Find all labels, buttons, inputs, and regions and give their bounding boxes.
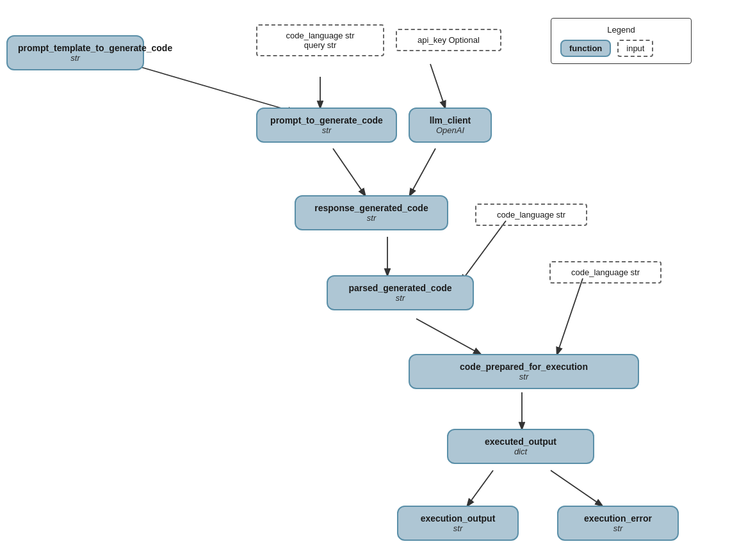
node-prompt-generate: prompt_to_generate_code str	[256, 108, 397, 143]
svg-line-4	[333, 148, 365, 195]
input2-line1: api_key Optional	[406, 35, 491, 45]
legend-title: Legend	[560, 25, 682, 35]
llm-client-type: OpenAI	[420, 125, 480, 135]
execution-error-type: str	[569, 524, 667, 533]
diagram-container: Legend function input prompt_template_to…	[0, 0, 755, 560]
code-prepared-type: str	[420, 372, 628, 381]
execution-output-title: execution_output	[409, 513, 507, 524]
svg-line-1	[134, 65, 295, 112]
prompt-template-type: str	[18, 53, 133, 63]
svg-line-12	[551, 470, 602, 506]
node-input2: api_key Optional	[396, 29, 501, 51]
prompt-generate-title: prompt_to_generate_code	[268, 115, 386, 125]
input4-line1: code_language str	[560, 268, 651, 277]
node-input3: code_language str	[475, 204, 587, 226]
svg-line-8	[416, 319, 480, 354]
svg-line-9	[557, 278, 583, 354]
svg-line-3	[430, 64, 445, 108]
input1-line2: query str	[266, 40, 374, 50]
node-input4: code_language str	[549, 261, 662, 284]
response-generated-type: str	[306, 213, 437, 223]
node-parsed-generated: parsed_generated_code str	[327, 275, 474, 310]
svg-line-11	[467, 470, 493, 506]
input3-line1: code_language str	[485, 210, 577, 220]
node-llm-client: llm_client OpenAI	[409, 108, 492, 143]
response-generated-title: response_generated_code	[306, 203, 437, 213]
executed-output-title: executed_output	[459, 436, 583, 447]
node-executed-output: executed_output dict	[447, 429, 594, 464]
execution-output-type: str	[409, 524, 507, 533]
svg-line-5	[410, 148, 435, 195]
prompt-template-title: prompt_template_to_generate_code	[18, 43, 133, 53]
node-prompt-template: prompt_template_to_generate_code str	[6, 35, 144, 70]
node-code-prepared: code_prepared_for_execution str	[409, 354, 639, 389]
legend-function: function	[560, 40, 611, 57]
code-prepared-title: code_prepared_for_execution	[420, 362, 628, 372]
node-execution-output: execution_output str	[397, 506, 519, 541]
prompt-generate-type: str	[268, 125, 386, 135]
node-execution-error: execution_error str	[557, 506, 679, 541]
parsed-generated-type: str	[338, 293, 462, 303]
llm-client-title: llm_client	[420, 115, 480, 125]
node-input1: code_language str query str	[256, 24, 384, 56]
svg-line-7	[461, 221, 506, 282]
node-response-generated: response_generated_code str	[295, 195, 448, 230]
input1-line1: code_language str	[266, 31, 374, 40]
legend-input: input	[617, 40, 653, 57]
parsed-generated-title: parsed_generated_code	[338, 283, 462, 293]
legend-items: function input	[560, 40, 682, 57]
executed-output-type: dict	[459, 447, 583, 456]
legend-box: Legend function input	[551, 18, 692, 64]
execution-error-title: execution_error	[569, 513, 667, 524]
